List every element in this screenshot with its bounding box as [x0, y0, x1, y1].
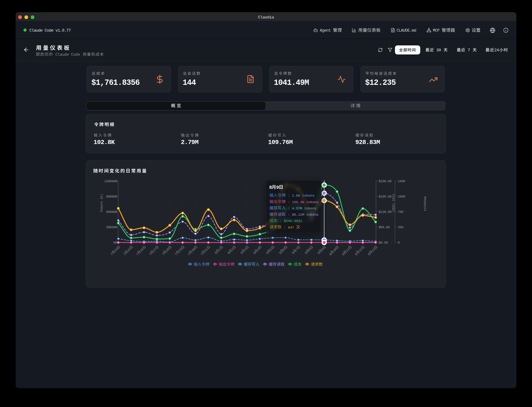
svg-text:8: 8 [342, 253, 345, 256]
svg-text:7: 7 [200, 253, 204, 256]
svg-text:8: 8 [214, 251, 218, 255]
svg-text:2.79M: 2.79M [181, 139, 199, 146]
svg-text:8: 8 [308, 248, 312, 251]
svg-text:8: 8 [355, 253, 358, 256]
svg-text:CLAUDE.md: CLAUDE.md [396, 28, 416, 33]
svg-text:7: 7 [161, 253, 165, 256]
svg-text:144: 144 [183, 78, 196, 87]
svg-text:7: 7 [295, 248, 299, 251]
svg-text:Agent: Agent [320, 28, 333, 33]
svg-text::: : [286, 213, 292, 217]
svg-text:1041.49M: 1041.49M [274, 78, 309, 87]
svg-text:102.8K: 102.8K [94, 139, 115, 146]
svg-text:$1,761.8356: $1,761.8356 [91, 78, 140, 87]
svg-text:$240.0021: $240.0021 [284, 219, 302, 223]
svg-text::: : [282, 225, 288, 229]
svg-text:8: 8 [329, 253, 332, 256]
svg-text:8: 8 [240, 251, 244, 255]
svg-text:8: 8 [266, 251, 269, 255]
svg-text:9: 9 [321, 248, 325, 251]
svg-text:7: 7 [187, 253, 191, 256]
svg-text:8: 8 [253, 251, 257, 255]
svg-text:$12.235: $12.235 [365, 78, 396, 87]
svg-text:4.57M tokens: 4.57M tokens [292, 206, 317, 210]
svg-text:8: 8 [269, 185, 272, 190]
svg-text:30: 30 [434, 48, 443, 53]
svg-text:8: 8 [367, 253, 371, 256]
svg-text:7: 7 [110, 253, 114, 256]
svg-text:Claudia: Claudia [258, 15, 274, 20]
svg-text:5: 5 [269, 248, 273, 251]
svg-text:7: 7 [123, 253, 127, 256]
svg-text:6: 6 [282, 248, 286, 251]
svg-text:8: 8 [304, 251, 308, 255]
svg-text::: : [286, 200, 292, 204]
svg-text:MCP: MCP [433, 28, 442, 33]
svg-text:95.12M tokens: 95.12M tokens [292, 213, 319, 217]
svg-text:8: 8 [227, 251, 231, 255]
svg-text:2.8K tokens: 2.8K tokens [292, 193, 315, 198]
svg-text:8: 8 [279, 251, 282, 255]
svg-text:928.83M: 928.83M [356, 139, 380, 146]
svg-text:7: 7 [465, 48, 472, 53]
svg-text:4: 4 [256, 248, 260, 251]
svg-text:Claude Code: Claude Code [53, 53, 82, 57]
svg-text:9: 9 [276, 185, 279, 190]
svg-text::: : [286, 206, 292, 210]
svg-text:7: 7 [174, 253, 178, 256]
svg-text:Claude Code v1.0.77: Claude Code v1.0.77 [29, 28, 71, 33]
svg-text:24: 24 [494, 48, 499, 53]
svg-text:1: 1 [218, 248, 222, 251]
svg-text:155.3K tokens: 155.3K tokens [292, 200, 319, 204]
svg-text:109.76M: 109.76M [268, 139, 293, 146]
svg-text:2: 2 [231, 248, 234, 251]
svg-text:3: 3 [243, 248, 247, 251]
svg-text:7: 7 [136, 253, 140, 256]
svg-text:947: 947 [288, 225, 296, 229]
svg-text::: : [286, 193, 292, 198]
svg-text:8: 8 [317, 251, 321, 255]
svg-text::: : [278, 219, 284, 223]
svg-text:8: 8 [291, 251, 295, 255]
svg-text:7: 7 [149, 253, 152, 256]
